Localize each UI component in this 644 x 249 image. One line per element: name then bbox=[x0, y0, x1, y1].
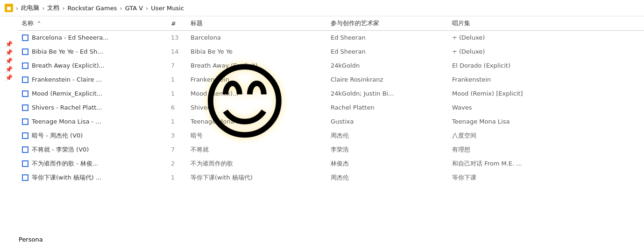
breadcrumb-gtav[interactable]: GTA V bbox=[125, 5, 143, 12]
breadcrumb-pc[interactable]: 此电脑 bbox=[21, 4, 39, 12]
cell-album: Mood (Remix) [Explicit] bbox=[448, 87, 644, 101]
file-name-text: Mood (Remix_Explicit... bbox=[32, 90, 102, 97]
cell-artist: 周杰伦 bbox=[327, 171, 448, 185]
table-row[interactable]: Mood (Remix_Explicit... 1Mood (Remix)...… bbox=[18, 87, 644, 101]
cell-artist: 林俊杰 bbox=[327, 157, 448, 171]
table-header-row: 名称 ^ # 标题 参与创作的艺术家 唱片集 bbox=[18, 16, 644, 31]
file-name-text: 等你下课(with 杨瑞代) ... bbox=[32, 173, 101, 182]
cell-artist: Gustixa bbox=[327, 115, 448, 129]
file-icon bbox=[21, 160, 29, 167]
cell-album: 八度空间 bbox=[448, 129, 644, 143]
cell-artist: Ed Sheeran bbox=[327, 45, 448, 59]
table-row[interactable]: Bibia Be Ye Ye - Ed Sh... 14Bibia Be Ye … bbox=[18, 45, 644, 59]
cell-title: Teenage Mona Lisa bbox=[187, 115, 327, 129]
cell-title: Shivers bbox=[187, 101, 327, 115]
cell-name: Mood (Remix_Explicit... bbox=[18, 87, 167, 101]
cell-title: Barcelona bbox=[187, 31, 327, 45]
file-name-text: Bibia Be Ye Ye - Ed Sh... bbox=[32, 48, 103, 55]
table-row[interactable]: 不为谁而作的歌 - 林俊... 2不为谁而作的歌林俊杰和自己对话 From M.… bbox=[18, 157, 644, 171]
cell-name: 不为谁而作的歌 - 林俊... bbox=[18, 157, 167, 171]
file-icon bbox=[21, 76, 29, 83]
cell-number: 13 bbox=[167, 31, 187, 45]
sidebar-pins: 📌 📌 📌 📌 📌 bbox=[0, 16, 18, 245]
cell-number: 7 bbox=[167, 143, 187, 157]
cell-number: 1 bbox=[167, 115, 187, 129]
cell-artist: Rachel Platten bbox=[327, 101, 448, 115]
file-name-text: Shivers - Rachel Platt... bbox=[32, 104, 102, 111]
cell-album: 有理想 bbox=[448, 143, 644, 157]
cell-title: 暗号 bbox=[187, 129, 327, 143]
cell-number: 7 bbox=[167, 59, 187, 73]
cell-name: Breath Away (Explicit)... bbox=[18, 59, 167, 73]
file-icon bbox=[21, 146, 29, 153]
cell-title: Mood (Remix)... bbox=[187, 87, 327, 101]
file-name-text: Breath Away (Explicit)... bbox=[32, 62, 105, 69]
table-row[interactable]: Breath Away (Explicit)... 7Breath Away (… bbox=[18, 59, 644, 73]
cell-artist: 24kGoldn; Justin Bi... bbox=[327, 87, 448, 101]
cell-artist: 24kGoldn bbox=[327, 59, 448, 73]
cell-artist: Claire Rosinkranz bbox=[327, 73, 448, 87]
cell-name: 等你下课(with 杨瑞代) ... bbox=[18, 171, 167, 185]
cell-number: 1 bbox=[167, 87, 187, 101]
table-row[interactable]: Shivers - Rachel Platt... 6ShiversRachel… bbox=[18, 101, 644, 115]
pin-icon-5: 📌 bbox=[5, 74, 13, 82]
col-header-name[interactable]: 名称 ^ bbox=[18, 16, 167, 31]
cell-number: 6 bbox=[167, 101, 187, 115]
cell-title: 不将就 bbox=[187, 143, 327, 157]
breadcrumb: ■ › 此电脑 › 文档 › Rockstar Games › GTA V › … bbox=[0, 0, 644, 16]
cell-album: Teenage Mona Lisa bbox=[448, 115, 644, 129]
file-icon bbox=[21, 34, 29, 42]
table-row[interactable]: Frankenstein - Claire ... 1FrankensteinC… bbox=[18, 73, 644, 87]
file-name-text: Frankenstein - Claire ... bbox=[32, 76, 102, 83]
cell-album: ÷ (Deluxe) bbox=[448, 31, 644, 45]
breadcrumb-rockstar[interactable]: Rockstar Games bbox=[68, 5, 117, 12]
table-row[interactable]: Teenage Mona Lisa - ... 1Teenage Mona Li… bbox=[18, 115, 644, 129]
cell-title: 等你下课(with 杨瑞代) bbox=[187, 171, 327, 185]
file-icon bbox=[21, 118, 29, 125]
col-header-artist[interactable]: 参与创作的艺术家 bbox=[327, 16, 448, 31]
col-header-number[interactable]: # bbox=[167, 16, 187, 31]
breadcrumb-docs[interactable]: 文档 bbox=[47, 4, 59, 12]
cell-album: 和自己对话 From M.E. ... bbox=[448, 157, 644, 171]
cell-album: Waves bbox=[448, 101, 644, 115]
cell-name: 不将就 - 李荣浩 (V0) bbox=[18, 143, 167, 157]
main-content: 📌 📌 📌 📌 📌 名称 ^ # bbox=[0, 16, 644, 245]
table-row[interactable]: 不将就 - 李荣浩 (V0) 7不将就李荣浩有理想 bbox=[18, 143, 644, 157]
cell-title: Breath Away (Explicit) bbox=[187, 59, 327, 73]
cell-name: Bibia Be Ye Ye - Ed Sh... bbox=[18, 45, 167, 59]
file-icon bbox=[21, 90, 29, 97]
file-icon bbox=[21, 48, 29, 55]
file-icon bbox=[21, 62, 29, 69]
cell-album: 等你下课 bbox=[448, 171, 644, 185]
cell-album: El Dorado (Explicit) bbox=[448, 59, 644, 73]
table-row[interactable]: 暗号 - 周杰伦 (V0) 3暗号周杰伦八度空间 bbox=[18, 129, 644, 143]
cell-name: 暗号 - 周杰伦 (V0) bbox=[18, 129, 167, 143]
file-name-text: Barcelona - Ed Sheeera... bbox=[32, 34, 109, 41]
persona-label: Persona bbox=[19, 236, 43, 243]
cell-album: ÷ (Deluxe) bbox=[448, 45, 644, 59]
file-table-container: 名称 ^ # 标题 参与创作的艺术家 唱片集 bbox=[18, 16, 644, 245]
file-name-text: Teenage Mona Lisa - ... bbox=[32, 118, 101, 125]
cell-name: Frankenstein - Claire ... bbox=[18, 73, 167, 87]
cell-number: 2 bbox=[167, 157, 187, 171]
cell-artist: 周杰伦 bbox=[327, 129, 448, 143]
cell-artist: 李荣浩 bbox=[327, 143, 448, 157]
cell-name: Shivers - Rachel Platt... bbox=[18, 101, 167, 115]
file-name-text: 不为谁而作的歌 - 林俊... bbox=[32, 159, 98, 168]
cell-title: 不为谁而作的歌 bbox=[187, 157, 327, 171]
breadcrumb-usermusic[interactable]: User Music bbox=[151, 5, 184, 12]
cell-number: 1 bbox=[167, 73, 187, 87]
table-row[interactable]: Barcelona - Ed Sheeera... 13BarcelonaEd … bbox=[18, 31, 644, 45]
table-row[interactable]: 等你下课(with 杨瑞代) ... 1等你下课(with 杨瑞代)周杰伦等你下… bbox=[18, 171, 644, 185]
col-header-title[interactable]: 标题 bbox=[187, 16, 327, 31]
sort-arrow-icon: ^ bbox=[37, 21, 41, 26]
file-icon bbox=[21, 174, 29, 181]
file-table: 名称 ^ # 标题 参与创作的艺术家 唱片集 bbox=[18, 16, 644, 185]
drive-icon: ■ bbox=[5, 4, 13, 12]
cell-album: Frankenstein bbox=[448, 73, 644, 87]
file-icon bbox=[21, 132, 29, 139]
cell-name: Teenage Mona Lisa - ... bbox=[18, 115, 167, 129]
col-header-album[interactable]: 唱片集 bbox=[448, 16, 644, 31]
cell-name: Barcelona - Ed Sheeera... bbox=[18, 31, 167, 45]
cell-number: 1 bbox=[167, 171, 187, 185]
